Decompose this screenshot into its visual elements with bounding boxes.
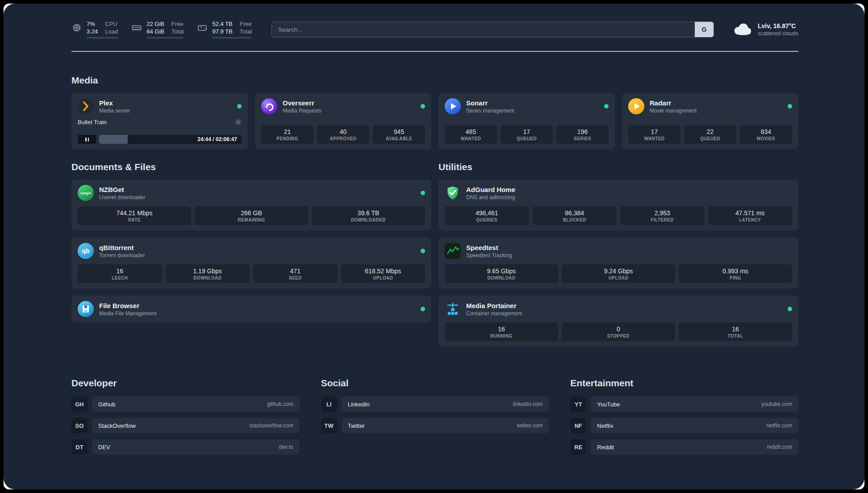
bookmark-github[interactable]: GH Github github.com: [71, 397, 300, 412]
filebrowser-icon: [78, 301, 94, 317]
disk-total-value: 97.9 TB: [212, 28, 232, 35]
memory-icon: [131, 22, 142, 35]
gear-icon[interactable]: [235, 119, 242, 125]
service-name: Plex: [99, 99, 130, 107]
service-desc: Media server: [99, 108, 130, 114]
service-card-sonarr[interactable]: Sonarr Series management 485 WANTED 17 Q…: [438, 93, 615, 149]
service-card-nzbget[interactable]: nzbget NZBGet Usenet downloader 744.21 M…: [71, 180, 431, 230]
section-title-media: Media: [71, 75, 798, 86]
section-title-entertainment: Entertainment: [570, 378, 798, 389]
disk-free-value: 52.4 TB: [212, 21, 232, 27]
bookmark-stackoverflow[interactable]: SO StackOverflow stackoverflow.com: [71, 418, 300, 433]
stat-box: 47.571 ms LATENCY: [708, 206, 793, 225]
service-name: qBittorrent: [99, 244, 145, 251]
bookmark-netflix[interactable]: NF Netflix netflix.com: [570, 418, 798, 433]
memory-bar: [146, 37, 184, 38]
section-title-utilities: Utilities: [438, 162, 798, 172]
service-card-adguard[interactable]: AdGuard Home DNS and adblocking 498,461 …: [438, 180, 798, 230]
dashboard: 7% CPU 3.24 Load 22 GiB Free 64 Gi: [4, 4, 864, 489]
bookmark-youtube[interactable]: YT YouTube youtube.com: [570, 397, 798, 412]
stat-box: 498,461 QUERIES: [445, 206, 529, 225]
service-desc: Media Requests: [283, 108, 321, 114]
pause-button[interactable]: [78, 135, 96, 144]
bookmark-url: stackoverflow.com: [250, 422, 293, 429]
stat-box: 0.993 ms PING: [679, 264, 792, 283]
service-card-plex[interactable]: Plex Media server Bullet Train: [71, 93, 248, 149]
bookmark-abbr: TW: [321, 418, 337, 433]
bookmark-dev[interactable]: DT DEV dev.to: [71, 439, 300, 455]
playback-time: 24:44 / 02:06:47: [197, 136, 237, 142]
memory-total-label: Total: [171, 28, 184, 35]
stat-box: 744.21 Mbps RATE: [78, 206, 191, 225]
cpu-usage-label: CPU: [105, 21, 118, 27]
cpu-load-label: Load: [105, 28, 118, 35]
bookmark-name: DEV: [98, 444, 110, 451]
service-card-qbittorrent[interactable]: qb qBittorrent Torrent downloader 16 LEE…: [71, 238, 431, 288]
service-card-portainer[interactable]: Media Portainer Container management 16 …: [438, 296, 798, 347]
radarr-icon: [628, 98, 644, 114]
service-name: Overseerr: [283, 99, 321, 107]
service-name: File Browser: [99, 302, 157, 309]
cpu-usage-value: 7%: [87, 21, 98, 27]
memory-free-label: Free: [171, 21, 184, 27]
bookmarks-section: Developer GH Github github.com SO StackO…: [71, 378, 798, 461]
status-dot: [421, 191, 425, 195]
service-name: Radarr: [650, 99, 697, 107]
search-input[interactable]: [272, 22, 695, 37]
cpu-icon: [71, 22, 82, 35]
bookmark-abbr: RE: [570, 439, 586, 455]
playback-progress-fill: [99, 135, 128, 144]
media-section: Plex Media server Bullet Train: [71, 93, 798, 149]
status-dot: [421, 307, 425, 311]
section-title-documents: Documents & Files: [71, 162, 431, 172]
weather-location: Lviv, 16.87°C: [758, 22, 798, 29]
disk-bar: [212, 37, 252, 38]
service-desc: Movie management: [650, 108, 697, 114]
adguard-icon: [445, 185, 461, 201]
stat-box: 834 MOVIES: [740, 125, 792, 144]
stat-box: 618.52 Mbps UPLOAD: [341, 264, 426, 283]
bookmark-abbr: YT: [570, 397, 586, 412]
status-dot: [788, 307, 792, 311]
search-engine-button[interactable]: G: [695, 22, 714, 37]
bookmark-twitter[interactable]: TW Twitter twitter.com: [321, 418, 549, 433]
status-dot: [788, 104, 792, 109]
stat-box: 16 LEECH: [78, 264, 162, 283]
service-name: AdGuard Home: [466, 186, 515, 193]
portainer-icon: [445, 301, 461, 317]
stat-box: 21 PENDING: [261, 125, 313, 144]
bookmark-name: LinkedIn: [348, 401, 370, 408]
bookmark-name: Netflix: [597, 422, 613, 429]
cpu-bar: [87, 37, 118, 38]
bookmark-linkedin[interactable]: LI LinkedIn linkedin.com: [321, 397, 549, 412]
service-name: Sonarr: [466, 99, 514, 107]
bookmark-group-entertainment: Entertainment YT YouTube youtube.com NF …: [570, 378, 798, 461]
bookmark-reddit[interactable]: RE Reddit reddit.com: [570, 439, 798, 455]
bookmark-url: linkedin.com: [513, 401, 543, 407]
bookmark-url: github.com: [267, 401, 293, 407]
search-bar: G: [271, 21, 714, 38]
bookmark-name: Github: [98, 401, 115, 408]
service-card-radarr[interactable]: Radarr Movie management 17 WANTED 22 QUE…: [622, 93, 798, 149]
bookmark-group-social: Social LI LinkedIn linkedin.com TW Twitt…: [321, 378, 549, 461]
bookmark-url: reddit.com: [767, 444, 792, 450]
stat-box: 266 GB REMAINING: [195, 206, 308, 225]
bookmark-name: YouTube: [597, 401, 620, 408]
pause-icon: [85, 138, 87, 142]
bookmark-abbr: SO: [71, 418, 88, 433]
weather-widget: Lviv, 16.87°C scattered clouds: [732, 21, 798, 38]
stat-box: 40 APPROVED: [317, 125, 369, 144]
service-name: Speedtest: [466, 244, 512, 251]
bookmark-url: netflix.com: [767, 422, 792, 429]
plex-icon: [78, 98, 94, 114]
header-divider: [71, 51, 798, 52]
service-card-overseerr[interactable]: Overseerr Media Requests 21 PENDING 40 A…: [255, 93, 431, 149]
stat-box: 39.6 TB DOWNLOADED: [312, 206, 425, 225]
service-card-speedtest[interactable]: Speedtest Speedtest Tracking 9.65 Gbps D…: [438, 238, 798, 288]
service-desc: Usenet downloader: [99, 194, 145, 201]
disk-icon: [197, 22, 208, 35]
service-card-filebrowser[interactable]: File Browser Media File Management: [71, 296, 431, 322]
documents-section: Documents & Files nzbget NZBGet Usenet d…: [71, 149, 431, 330]
bookmark-abbr: DT: [71, 439, 88, 455]
cloud-icon: [732, 21, 752, 38]
